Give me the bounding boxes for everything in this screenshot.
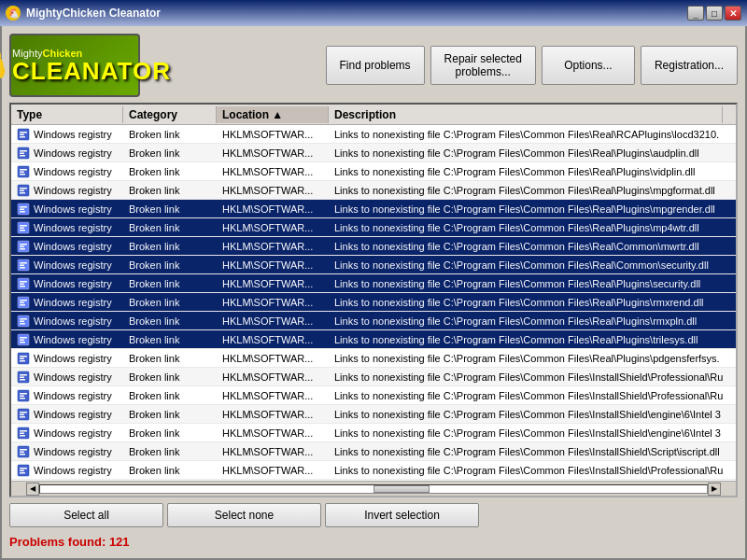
svg-rect-64: [20, 376, 24, 378]
cell-location: HKLM\SOFTWAR...: [217, 389, 329, 402]
cell-location: HKLM\SOFTWAR...: [217, 445, 329, 458]
cell-location: HKLM\SOFTWAR...: [217, 296, 329, 309]
registration-button[interactable]: Registration...: [641, 46, 738, 85]
cell-type: Windows registry: [11, 164, 123, 179]
cell-location: HKLM\SOFTWAR...: [217, 277, 329, 290]
table-row[interactable]: Windows registry Broken link HKLM\SOFTWA…: [11, 237, 736, 256]
cell-description: Links to nonexisting file C:\Program Fil…: [329, 184, 736, 197]
svg-rect-80: [20, 451, 24, 453]
invert-selection-button[interactable]: Invert selection: [325, 503, 479, 527]
cell-type: Windows registry: [11, 463, 123, 478]
table-row[interactable]: Windows registry Broken link HKLM\SOFTWA…: [11, 256, 736, 274]
cell-type: Windows registry: [11, 351, 123, 366]
cell-category: Broken link: [123, 259, 217, 272]
svg-rect-55: [20, 337, 27, 339]
svg-rect-19: [20, 169, 27, 171]
table-row[interactable]: Windows registry Broken link HKLM\SOFTWA…: [11, 218, 736, 237]
maximize-button[interactable]: □: [706, 6, 723, 21]
table-row[interactable]: Windows registry Broken link HKLM\SOFTWA…: [11, 181, 736, 200]
title-text: MightyChicken Cleanator: [26, 7, 687, 20]
svg-rect-85: [20, 472, 25, 474]
table-row[interactable]: Windows registry Broken link HKLM\SOFTWA…: [11, 144, 736, 162]
cell-category: Broken link: [123, 408, 217, 421]
results-table: Type Category Location ▲ Description Win…: [9, 103, 738, 497]
cell-type: Windows registry: [11, 332, 123, 347]
table-row[interactable]: Windows registry Broken link HKLM\SOFTWA…: [11, 125, 736, 144]
svg-rect-28: [20, 208, 24, 210]
cell-description: Links to nonexisting file C:\Program Fil…: [329, 240, 736, 253]
cell-type: Windows registry: [11, 276, 123, 291]
cell-category: Broken link: [123, 445, 217, 458]
cell-type: Windows registry: [11, 407, 123, 422]
svg-rect-27: [20, 206, 27, 208]
table-row[interactable]: Windows registry Broken link HKLM\SOFTWA…: [11, 162, 736, 181]
svg-rect-48: [20, 301, 24, 303]
select-none-button[interactable]: Select none: [167, 503, 321, 527]
svg-rect-75: [20, 430, 27, 432]
select-all-button[interactable]: Select all: [9, 503, 163, 527]
svg-rect-72: [20, 413, 24, 415]
svg-rect-37: [20, 248, 25, 250]
svg-rect-65: [20, 379, 25, 381]
cell-description: Links to nonexisting file C:\Program Fil…: [329, 427, 736, 440]
svg-rect-29: [20, 211, 25, 213]
cell-category: Broken link: [123, 296, 217, 309]
hscroll-thumb[interactable]: [374, 485, 430, 493]
window-controls: _ □ ✕: [687, 6, 741, 21]
table-row[interactable]: Windows registry Broken link HKLM\SOFTWA…: [11, 312, 736, 330]
table-row[interactable]: Windows registry Broken link HKLM\SOFTWA…: [11, 330, 736, 349]
cell-category: Broken link: [123, 277, 217, 290]
cell-description: Links to nonexisting file C:\Program Fil…: [329, 408, 736, 421]
cell-description: Links to nonexisting file C:\Program Fil…: [329, 147, 736, 160]
svg-rect-76: [20, 432, 24, 434]
svg-rect-51: [20, 318, 27, 320]
cell-location: HKLM\SOFTWAR...: [217, 259, 329, 272]
svg-rect-32: [20, 227, 24, 229]
svg-rect-23: [20, 188, 27, 189]
table-row[interactable]: Windows registry Broken link HKLM\SOFTWA…: [11, 293, 736, 312]
hscroll-track[interactable]: [39, 484, 708, 494]
cell-category: Broken link: [123, 128, 217, 141]
svg-rect-83: [20, 468, 27, 469]
repair-button[interactable]: Repair selected problems...: [430, 46, 536, 85]
cell-category: Broken link: [123, 221, 217, 234]
horizontal-scrollbar[interactable]: ◀ ▶: [11, 481, 736, 496]
svg-rect-21: [20, 174, 25, 175]
cell-location: HKLM\SOFTWAR...: [217, 221, 329, 234]
svg-rect-20: [20, 171, 24, 173]
svg-rect-57: [20, 342, 25, 343]
svg-rect-59: [20, 356, 27, 357]
svg-rect-45: [20, 286, 25, 287]
table-row[interactable]: Windows registry Broken link HKLM\SOFTWA…: [11, 368, 736, 386]
hscroll-left-arrow[interactable]: ◀: [26, 483, 39, 496]
hscroll-right-arrow[interactable]: ▶: [708, 483, 721, 496]
table-row[interactable]: Windows registry Broken link HKLM\SOFTWA…: [11, 349, 736, 368]
svg-rect-15: [20, 150, 27, 152]
table-row[interactable]: Windows registry Broken link HKLM\SOFTWA…: [11, 424, 736, 442]
svg-rect-44: [20, 283, 24, 285]
cell-location: HKLM\SOFTWAR...: [217, 464, 329, 477]
table-row[interactable]: Windows registry Broken link HKLM\SOFTWA…: [11, 274, 736, 293]
cell-type: Windows registry: [11, 295, 123, 310]
minimize-button[interactable]: _: [687, 6, 704, 21]
table-row[interactable]: Windows registry Broken link HKLM\SOFTWA…: [11, 386, 736, 405]
table-row[interactable]: Windows registry Broken link HKLM\SOFTWA…: [11, 200, 736, 218]
find-problems-button[interactable]: Find problems: [326, 46, 425, 85]
table-row[interactable]: Windows registry Broken link HKLM\SOFTWA…: [11, 461, 736, 480]
svg-rect-13: [20, 136, 25, 138]
close-button[interactable]: ✕: [725, 6, 741, 21]
svg-rect-24: [20, 189, 24, 191]
col-location[interactable]: Location ▲: [217, 106, 329, 123]
svg-rect-16: [20, 152, 24, 154]
cell-category: Broken link: [123, 371, 217, 384]
cell-location: HKLM\SOFTWAR...: [217, 165, 329, 178]
table-body[interactable]: Windows registry Broken link HKLM\SOFTWA…: [11, 125, 736, 481]
cell-description: Links to nonexisting file C:\Program Fil…: [329, 128, 736, 141]
cell-location: HKLM\SOFTWAR...: [217, 333, 329, 346]
header-buttons: Find problems Repair selected problems..…: [148, 46, 738, 85]
table-row[interactable]: Windows registry Broken link HKLM\SOFTWA…: [11, 405, 736, 424]
svg-rect-33: [20, 230, 25, 231]
table-row[interactable]: Windows registry Broken link HKLM\SOFTWA…: [11, 442, 736, 461]
cell-category: Broken link: [123, 184, 217, 197]
options-button[interactable]: Options...: [542, 46, 635, 85]
